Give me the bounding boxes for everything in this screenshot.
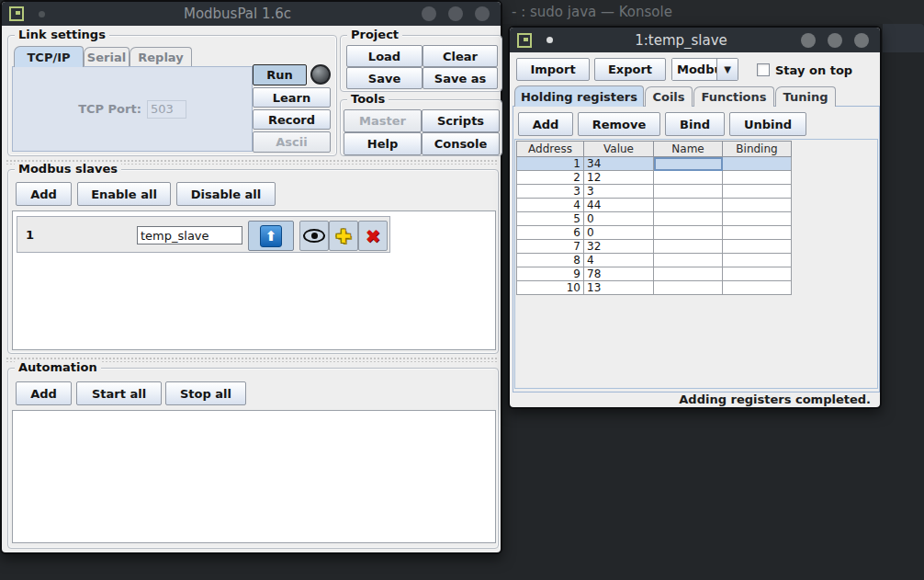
close-button[interactable] bbox=[475, 6, 490, 21]
cell-name[interactable] bbox=[654, 185, 723, 199]
import-button[interactable]: Import bbox=[516, 58, 590, 81]
table-row[interactable]: 50 bbox=[517, 212, 792, 226]
scripts-button[interactable]: Scripts bbox=[422, 109, 500, 132]
cell-binding[interactable] bbox=[723, 199, 792, 212]
register-remove-button[interactable]: Remove bbox=[578, 112, 660, 136]
cell-value[interactable]: 3 bbox=[584, 185, 654, 199]
maximize-button[interactable] bbox=[448, 6, 463, 21]
save-as-button[interactable]: Save as bbox=[423, 67, 498, 89]
register-unbind-button[interactable]: Unbind bbox=[729, 112, 806, 136]
cell-name[interactable] bbox=[654, 157, 723, 171]
cell-value[interactable]: 34 bbox=[584, 157, 654, 171]
slave-minimize-button[interactable] bbox=[801, 33, 816, 48]
table-row[interactable]: 134 bbox=[517, 157, 792, 171]
cell-address[interactable]: 8 bbox=[517, 254, 584, 267]
main-window-titlebar[interactable]: ModbusPal 1.6c bbox=[2, 2, 501, 26]
cell-binding[interactable] bbox=[723, 185, 792, 199]
cell-name[interactable] bbox=[654, 212, 723, 226]
table-row[interactable]: 1013 bbox=[517, 281, 792, 295]
automation-add-button[interactable]: Add bbox=[16, 381, 72, 405]
cell-binding[interactable] bbox=[723, 254, 792, 267]
cell-binding[interactable] bbox=[723, 212, 792, 226]
cell-value[interactable]: 44 bbox=[584, 199, 654, 212]
disable-all-button[interactable]: Disable all bbox=[176, 182, 276, 206]
table-row[interactable]: 732 bbox=[517, 240, 792, 254]
cell-name[interactable] bbox=[654, 281, 723, 295]
cell-value[interactable]: 0 bbox=[584, 226, 654, 240]
cell-address[interactable]: 9 bbox=[517, 267, 584, 281]
slave-add-button[interactable]: Add bbox=[16, 182, 72, 206]
cell-value[interactable]: 32 bbox=[584, 240, 654, 254]
cell-name[interactable] bbox=[654, 171, 723, 185]
cell-address[interactable]: 5 bbox=[517, 212, 584, 226]
help-button[interactable]: Help bbox=[344, 132, 422, 155]
header-address[interactable]: Address bbox=[517, 142, 584, 157]
tab-holding-registers[interactable]: Holding registers bbox=[514, 85, 644, 107]
record-button[interactable]: Record bbox=[253, 109, 331, 130]
table-row[interactable]: 60 bbox=[517, 226, 792, 240]
cell-binding[interactable] bbox=[723, 240, 792, 254]
cell-value[interactable]: 78 bbox=[584, 267, 654, 281]
slave-enable-toggle[interactable] bbox=[248, 221, 294, 251]
cell-address[interactable]: 1 bbox=[517, 157, 584, 171]
cell-value[interactable]: 12 bbox=[584, 171, 654, 185]
slave-maximize-button[interactable] bbox=[828, 33, 842, 48]
stay-on-top-checkbox[interactable] bbox=[757, 63, 770, 76]
tab-tcpip[interactable]: TCP/IP bbox=[14, 46, 84, 67]
stop-all-button[interactable]: Stop all bbox=[165, 381, 246, 405]
table-row[interactable]: 33 bbox=[517, 185, 792, 199]
cell-name[interactable] bbox=[654, 240, 723, 254]
cell-value[interactable]: 0 bbox=[584, 212, 654, 226]
learn-button[interactable]: Learn bbox=[253, 87, 331, 108]
tab-functions[interactable]: Functions bbox=[693, 86, 774, 107]
start-all-button[interactable]: Start all bbox=[76, 381, 162, 405]
cell-address[interactable]: 4 bbox=[517, 199, 584, 212]
register-add-button[interactable]: Add bbox=[518, 112, 573, 136]
cell-name[interactable] bbox=[654, 254, 723, 267]
cell-binding[interactable] bbox=[723, 226, 792, 240]
cell-value[interactable]: 13 bbox=[584, 281, 654, 295]
cell-binding[interactable] bbox=[723, 267, 792, 281]
header-name[interactable]: Name bbox=[654, 142, 723, 157]
tab-serial[interactable]: Serial bbox=[84, 47, 130, 67]
save-button[interactable]: Save bbox=[346, 67, 423, 89]
slave-close-button[interactable] bbox=[854, 33, 869, 48]
enable-all-button[interactable]: Enable all bbox=[77, 182, 171, 206]
run-button[interactable]: Run bbox=[253, 64, 307, 85]
cell-name[interactable] bbox=[654, 267, 723, 281]
slave-name-input[interactable] bbox=[137, 226, 242, 245]
load-button[interactable]: Load bbox=[346, 45, 423, 67]
tab-coils[interactable]: Coils bbox=[645, 86, 693, 107]
cell-address[interactable]: 2 bbox=[517, 171, 584, 185]
cell-value[interactable]: 4 bbox=[584, 254, 654, 267]
export-button[interactable]: Export bbox=[594, 58, 666, 81]
slave-delete-button[interactable] bbox=[358, 221, 388, 251]
console-button[interactable]: Console bbox=[422, 132, 500, 155]
cell-address[interactable]: 3 bbox=[517, 185, 584, 199]
table-row[interactable]: 444 bbox=[517, 199, 792, 212]
cell-binding[interactable] bbox=[723, 281, 792, 295]
cell-address[interactable]: 10 bbox=[517, 281, 584, 295]
slave-show-button[interactable] bbox=[299, 221, 329, 251]
tab-tuning[interactable]: Tuning bbox=[775, 86, 836, 107]
slave-window-titlebar[interactable]: 1:temp_slave bbox=[510, 28, 880, 52]
header-binding[interactable]: Binding bbox=[723, 142, 792, 157]
minimize-button[interactable] bbox=[422, 6, 436, 21]
tcp-port-input[interactable] bbox=[147, 100, 186, 119]
table-row[interactable]: 212 bbox=[517, 171, 792, 185]
register-bind-button[interactable]: Bind bbox=[665, 112, 725, 136]
konsole-titlebar[interactable]: - : sudo java — Konsole bbox=[501, 0, 924, 24]
table-row[interactable]: 84 bbox=[517, 254, 792, 267]
header-value[interactable]: Value bbox=[584, 142, 654, 157]
cell-binding[interactable] bbox=[723, 171, 792, 185]
protocol-combobox[interactable]: Modbus ▼ bbox=[671, 58, 738, 81]
cell-name[interactable] bbox=[654, 199, 723, 212]
table-row[interactable]: 978 bbox=[517, 267, 792, 281]
tab-replay[interactable]: Replay bbox=[130, 47, 192, 67]
clear-button[interactable]: Clear bbox=[423, 45, 498, 67]
slave-duplicate-button[interactable] bbox=[329, 221, 358, 251]
cell-binding[interactable] bbox=[723, 157, 792, 171]
cell-name[interactable] bbox=[654, 226, 723, 240]
cell-address[interactable]: 7 bbox=[517, 240, 584, 254]
cell-address[interactable]: 6 bbox=[517, 226, 584, 240]
